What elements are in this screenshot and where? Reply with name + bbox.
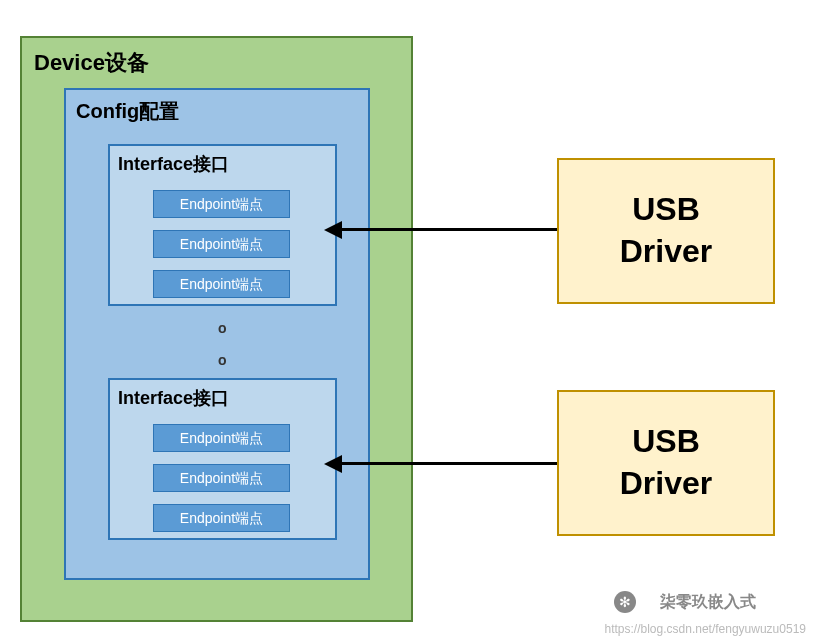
endpoint-1-1: Endpoint端点: [153, 190, 290, 218]
usb-driver-box-1: USB Driver: [557, 158, 775, 304]
interface-title-1: Interface接口: [118, 152, 229, 176]
driver-text-1a: USB: [632, 189, 700, 231]
driver-text-2a: USB: [632, 421, 700, 463]
endpoint-2-2: Endpoint端点: [153, 464, 290, 492]
arrow-head-1: [324, 221, 342, 239]
usb-driver-box-2: USB Driver: [557, 390, 775, 536]
endpoint-1-3: Endpoint端点: [153, 270, 290, 298]
wechat-icon: ✻: [614, 591, 636, 613]
arrow-line-2: [340, 462, 557, 465]
watermark-url: https://blog.csdn.net/fengyuwuzu0519: [605, 622, 806, 636]
watermark-label: 柒零玖嵌入式: [660, 592, 756, 613]
driver-text-2b: Driver: [620, 463, 713, 505]
ellipsis-dot-2: o: [218, 352, 227, 368]
device-title: Device设备: [34, 48, 149, 78]
interface-title-2: Interface接口: [118, 386, 229, 410]
driver-text-1b: Driver: [620, 231, 713, 273]
arrow-head-2: [324, 455, 342, 473]
arrow-line-1: [340, 228, 557, 231]
endpoint-2-3: Endpoint端点: [153, 504, 290, 532]
endpoint-1-2: Endpoint端点: [153, 230, 290, 258]
config-title: Config配置: [76, 98, 179, 125]
endpoint-2-1: Endpoint端点: [153, 424, 290, 452]
ellipsis-dot-1: o: [218, 320, 227, 336]
